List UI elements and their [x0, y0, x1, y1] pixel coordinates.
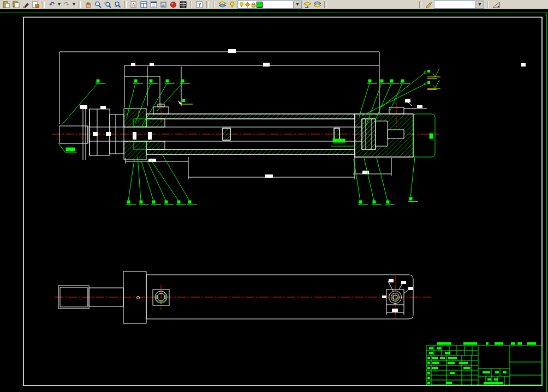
title-block — [426, 346, 542, 385]
redo-dropdown-icon[interactable]: ▼ — [72, 2, 76, 7]
zoom-window-icon[interactable] — [103, 1, 112, 9]
centerlines — [55, 276, 431, 318]
bom-header — [437, 342, 536, 345]
toolbar-separator — [79, 1, 81, 8]
layer-off-bulb-icon[interactable] — [228, 1, 236, 9]
sheet-preview-icon[interactable] — [159, 1, 168, 9]
layer-states-icon[interactable] — [313, 1, 321, 9]
layers-icon[interactable] — [218, 1, 227, 9]
drawing-canvas[interactable] — [0, 9, 548, 392]
format-painter-icon[interactable] — [21, 1, 30, 9]
layer-color-swatch — [257, 2, 263, 8]
toolbar-separator — [419, 1, 421, 8]
cad-drawing — [0, 9, 548, 392]
undo-dropdown-icon[interactable]: ▼ — [57, 2, 61, 7]
sun-icon — [245, 2, 251, 8]
help-icon[interactable]: ? — [195, 1, 204, 9]
outside-view[interactable] — [55, 272, 431, 323]
zoom-realtime-icon[interactable] — [93, 1, 102, 9]
title-block-texts — [427, 347, 507, 384]
dimension-texts — [80, 49, 526, 178]
find-icon[interactable]: A — [129, 1, 138, 9]
bulb-icon — [239, 2, 245, 8]
rear-flange — [413, 114, 435, 157]
toolbar-separator — [324, 1, 326, 8]
layer-combo-dropdown-icon[interactable]: ▼ — [293, 1, 301, 8]
toolbar-separator — [213, 1, 215, 8]
redo-icon[interactable]: ↷ — [62, 1, 71, 9]
copy-icon[interactable] — [11, 1, 20, 9]
pan-icon[interactable] — [84, 1, 92, 9]
table-icon[interactable] — [178, 1, 187, 9]
drawing-frame — [23, 17, 542, 386]
toolbar-separator — [124, 1, 127, 8]
properties-window-icon[interactable] — [149, 1, 158, 9]
bom-table — [437, 342, 536, 345]
lock-icon — [251, 2, 257, 8]
style-pencil-icon[interactable] — [424, 1, 433, 9]
undo-icon[interactable]: ↶ — [47, 1, 56, 9]
match-properties-icon[interactable] — [31, 1, 40, 9]
toolbar-separator — [190, 1, 192, 8]
angle-measure-icon[interactable] — [492, 1, 501, 9]
toolbar-separator — [487, 1, 489, 8]
render-icon[interactable] — [169, 1, 177, 9]
layer-previous-icon[interactable] — [303, 1, 312, 9]
style-combo-dropdown-icon[interactable]: ▼ — [475, 1, 484, 8]
cad-application-window: { "toolbar": { "layer_combo_value": "细实线… — [0, 0, 548, 392]
toolbar-separator — [43, 1, 45, 8]
paste-icon[interactable] — [2, 1, 10, 9]
svg-text:?: ? — [198, 2, 201, 8]
main-toolbar: ↶ ▼ ↷ ▼ A ? ▼ — [0, 0, 548, 9]
toolbar-separator — [206, 1, 209, 8]
layout-grid-icon[interactable] — [139, 1, 148, 9]
style-combo[interactable]: ▼ — [434, 1, 484, 9]
paper-limits — [0, 13, 548, 392]
layer-combo[interactable]: ▼ — [237, 1, 302, 9]
section-view[interactable] — [52, 49, 526, 205]
svg-text:A: A — [132, 3, 135, 8]
zoom-previous-icon[interactable] — [113, 1, 122, 9]
